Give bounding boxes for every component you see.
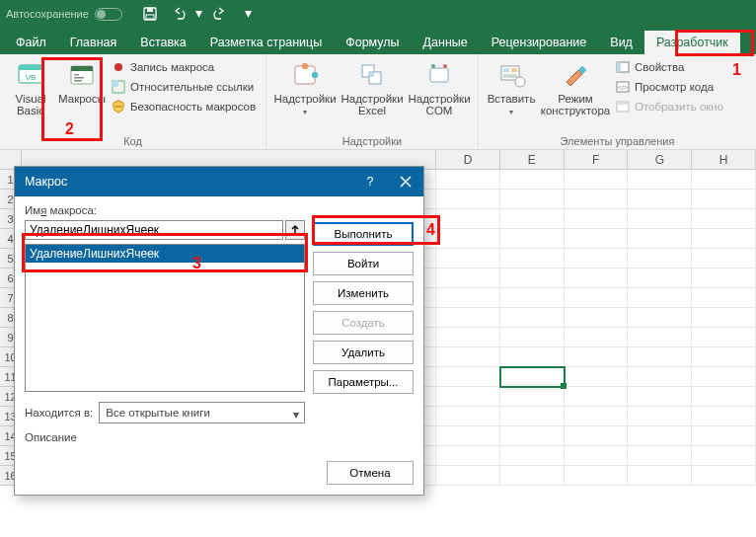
cell[interactable] [500, 229, 565, 249]
cell[interactable] [565, 426, 629, 446]
cell[interactable] [500, 170, 565, 190]
tab-insert[interactable]: Вставка [128, 31, 197, 54]
cell[interactable] [436, 328, 500, 347]
insert-control-button[interactable]: Вставить▾ [485, 57, 538, 120]
cell[interactable] [692, 288, 756, 308]
macro-list-item[interactable]: УдалениеЛишнихЯчеек [26, 245, 304, 263]
visual-basic-button[interactable]: VB Visual Basic [6, 57, 55, 118]
cell[interactable] [436, 347, 500, 367]
cell[interactable] [628, 229, 692, 249]
cell[interactable] [500, 387, 565, 407]
save-icon[interactable] [140, 6, 160, 22]
cell[interactable] [628, 288, 692, 308]
cell[interactable] [436, 288, 500, 308]
cell[interactable] [436, 308, 500, 328]
tab-view[interactable]: Вид [598, 31, 644, 54]
macros-button[interactable]: Макросы [57, 57, 107, 107]
tab-home[interactable]: Главная [58, 31, 129, 54]
column-header[interactable]: G [628, 150, 692, 170]
cell[interactable] [436, 209, 500, 229]
macro-listbox[interactable]: УдалениеЛишнихЯчеек [25, 244, 305, 392]
design-mode-button[interactable]: Режим конструктора [540, 57, 611, 118]
cell[interactable] [565, 387, 629, 407]
cell[interactable] [436, 190, 500, 209]
edit-button[interactable]: Изменить [313, 281, 414, 305]
cell[interactable] [628, 446, 692, 466]
properties-button[interactable]: Свойства [613, 57, 725, 77]
cancel-button[interactable]: Отмена [327, 461, 414, 485]
cell[interactable] [565, 288, 629, 308]
column-header[interactable]: F [565, 150, 629, 170]
dialog-close-button[interactable] [388, 167, 423, 196]
cell[interactable] [692, 407, 756, 426]
delete-button[interactable]: Удалить [313, 341, 414, 364]
cell[interactable] [436, 387, 500, 407]
relative-refs-button[interactable]: Относительные ссылки [109, 77, 258, 97]
cell[interactable] [692, 387, 756, 407]
cell[interactable] [500, 466, 565, 486]
undo-icon[interactable] [170, 6, 189, 22]
dialog-help-button[interactable]: ? [352, 167, 388, 196]
autosave-toggle[interactable] [95, 8, 122, 21]
redo-icon[interactable] [209, 6, 229, 22]
cell[interactable] [628, 367, 692, 387]
column-header[interactable]: E [500, 150, 565, 170]
cell[interactable] [692, 190, 756, 209]
cell[interactable] [500, 288, 565, 308]
cell[interactable] [628, 308, 692, 328]
cell[interactable] [565, 268, 629, 288]
qat-customize-icon[interactable]: ▾ [239, 5, 259, 21]
cell[interactable] [500, 308, 565, 328]
tab-formulas[interactable]: Формулы [334, 31, 411, 54]
cell[interactable] [565, 347, 629, 367]
cell[interactable] [565, 170, 629, 190]
run-dialog-button[interactable]: Отобразить окно [613, 97, 725, 116]
cell[interactable] [628, 347, 692, 367]
cell[interactable] [628, 426, 692, 446]
cell[interactable] [500, 446, 565, 466]
cell[interactable] [628, 328, 692, 347]
cell[interactable] [436, 407, 500, 426]
excel-addins-button[interactable]: Надстройки Excel [340, 57, 405, 118]
cell[interactable] [436, 268, 500, 288]
cell[interactable] [692, 328, 756, 347]
cell[interactable] [565, 229, 629, 249]
cell[interactable] [692, 209, 756, 229]
cell[interactable] [692, 170, 756, 190]
cell[interactable] [692, 466, 756, 486]
cell[interactable] [692, 308, 756, 328]
tab-page-layout[interactable]: Разметка страницы [198, 31, 334, 54]
macro-name-input[interactable] [25, 220, 283, 240]
view-code-button[interactable]: </> Просмотр кода [613, 77, 725, 97]
cell[interactable] [500, 190, 565, 209]
cell[interactable] [565, 209, 629, 229]
cell[interactable] [565, 190, 629, 209]
cell[interactable] [692, 249, 756, 268]
cell[interactable] [628, 209, 692, 229]
cell[interactable] [692, 426, 756, 446]
cell[interactable] [436, 466, 500, 486]
cell[interactable] [565, 407, 629, 426]
cell[interactable] [565, 466, 629, 486]
tab-developer[interactable]: Разработчик [644, 31, 740, 54]
tab-data[interactable]: Данные [412, 31, 480, 54]
record-macro-button[interactable]: Запись макроса [109, 57, 258, 77]
cell[interactable] [628, 268, 692, 288]
column-header[interactable]: D [436, 150, 500, 170]
dialog-titlebar[interactable]: Макрос ? [15, 167, 423, 196]
step-into-button[interactable]: Войти [313, 252, 414, 275]
cell[interactable] [565, 308, 629, 328]
run-button[interactable]: Выполнить [313, 222, 414, 246]
cell[interactable] [565, 328, 629, 347]
cell[interactable] [500, 426, 565, 446]
cell[interactable] [628, 170, 692, 190]
cell[interactable] [436, 170, 500, 190]
cell[interactable] [500, 367, 565, 387]
cell[interactable] [692, 446, 756, 466]
cell[interactable] [500, 347, 565, 367]
cell[interactable] [628, 190, 692, 209]
cell[interactable] [628, 249, 692, 268]
addins-button[interactable]: Надстройки▾ [272, 57, 338, 120]
cell[interactable] [500, 407, 565, 426]
undo-dropdown-icon[interactable]: ▾ [189, 5, 209, 21]
